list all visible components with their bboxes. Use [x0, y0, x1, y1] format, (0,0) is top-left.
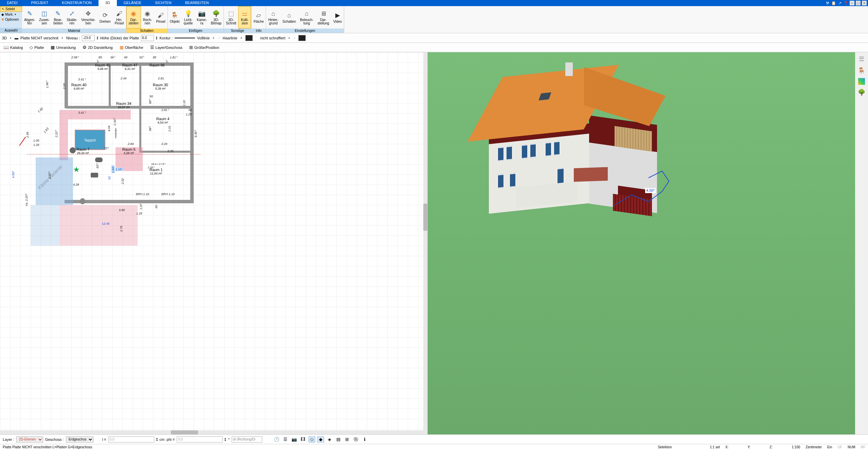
abgreifen-button[interactable]: ✎Abgrei- fen — [22, 6, 37, 29]
darstellung-button[interactable]: 🖥Dar- stellung — [315, 6, 331, 29]
dim: 1.15⁵ — [116, 168, 123, 171]
mode-dropdown[interactable]: ▾ — [9, 36, 13, 40]
menu-datei[interactable]: DATEI — [0, 0, 24, 6]
drehen-button[interactable]: ⟳Drehen — [98, 6, 113, 29]
dim: 60 — [155, 205, 158, 208]
menu-bearbeiten[interactable]: BEARBEITEN — [178, 0, 216, 6]
arrow-icon[interactable]: ↗ — [837, 1, 842, 5]
cm-label: cm — [160, 437, 165, 442]
hatch-icon[interactable]: ▤ — [335, 436, 342, 443]
hoehe-input[interactable] — [141, 35, 154, 41]
schatten2-button[interactable]: ⌂Schatten — [280, 6, 298, 29]
oberflaeche-tab[interactable]: ▦Oberfläche — [118, 44, 145, 51]
clock-icon[interactable]: 🕐 — [273, 436, 280, 443]
layergeschoss-tab[interactable]: ☰Layer/Geschoss — [149, 44, 184, 51]
dim: 1.25 — [186, 113, 192, 116]
hintergrund-button[interactable]: ⌂Hinter- grund — [266, 6, 280, 29]
skalieren-button[interactable]: ⤢Skalie- ren — [65, 6, 79, 29]
platte-dropdown[interactable]: ▾ — [60, 36, 64, 40]
optionen-button[interactable]: ✚Optionen — [0, 17, 22, 22]
darstellen-button[interactable]: ◉Dar- stellen — [126, 6, 141, 29]
tool-tabs: 📖Katalog ◇Platte ▦Umrandung ⚙2D Darstell… — [0, 43, 868, 52]
rechnen-button[interactable]: ◉Rech- nen — [141, 6, 154, 29]
dim: 50 — [149, 95, 153, 98]
menu-projekt[interactable]: PROJEKT — [24, 0, 55, 6]
niveau-spinner[interactable]: ▴▾ — [97, 36, 98, 40]
help-icon[interactable]: ❓ — [844, 1, 848, 5]
menu-konstruktion[interactable]: KONSTRUKTION — [55, 0, 98, 6]
color1-swatch[interactable] — [245, 35, 253, 41]
kontur-dropdown[interactable]: ▾ — [212, 36, 215, 40]
video-button[interactable]: ▶Video — [331, 6, 344, 29]
grid-icon[interactable]: ⊞ — [344, 436, 351, 443]
menu-gelaende[interactable]: GELÄNDE — [117, 0, 148, 6]
phi-input[interactable] — [177, 436, 223, 443]
katalog-tab[interactable]: 📖Katalog — [2, 44, 24, 51]
length-spinner[interactable]: ▴▾ — [156, 437, 158, 441]
color2-swatch[interactable] — [298, 35, 306, 41]
config-icon[interactable]: ⚒ — [825, 1, 830, 5]
dim: 2.22⁵ — [55, 130, 58, 137]
scrollbar-h[interactable] — [0, 430, 427, 434]
tree-icon[interactable]: 🌳 — [857, 88, 866, 96]
cam-icon[interactable]: 📷 — [291, 436, 298, 443]
length-input[interactable] — [108, 436, 154, 443]
schraffiert-dropdown[interactable]: ▾ — [287, 36, 291, 40]
scale-label: 1:100 — [792, 445, 800, 449]
render-icon[interactable]: ◈ — [326, 436, 333, 443]
info-icon[interactable]: ℹ — [361, 436, 368, 443]
dim: 73⁵ — [104, 147, 109, 150]
floorplan-view[interactable]: 2.58⁵ 85 96⁵ 90 92⁵ 85 1.81⁵ 53⁵ 53⁵ — [0, 52, 428, 434]
kamera-button[interactable]: 📷Kame- ra — [195, 6, 209, 29]
menu-sichten[interactable]: SICHTEN — [148, 0, 178, 6]
dim: 4.04 — [107, 126, 111, 132]
zuweisen-button[interactable]: ◫Zuwei- sen — [37, 6, 51, 29]
wire-icon[interactable]: ◇ — [308, 436, 315, 443]
bitmap3d-button[interactable]: 🌳3D- Bitmap — [209, 6, 224, 29]
film-icon[interactable]: 🎞 — [300, 436, 306, 443]
unit-label: Zentimeter — [805, 445, 822, 449]
schraffiert-expand[interactable]: › — [293, 36, 296, 40]
darstellung2d-tab[interactable]: ⚙2D Darstellung — [81, 44, 114, 51]
umrandung-tab[interactable]: ▦Umrandung — [49, 44, 77, 51]
clipboard-icon[interactable]: 📋 — [831, 1, 836, 5]
chair-icon[interactable]: 🪑 — [857, 67, 866, 75]
pinsel-button[interactable]: 🖌Pinsel — [154, 6, 167, 29]
status-bar-controls: Layer : 2D-Elemen Geschoss : Erdgeschos … — [0, 434, 868, 444]
objekt-button[interactable]: 🪑Objekt — [168, 6, 182, 29]
schnitt3d-button[interactable]: ⬚3D- Schnitt — [224, 6, 238, 29]
close-icon[interactable]: × — [862, 1, 867, 5]
minimize-icon[interactable]: − — [850, 1, 854, 5]
dim: 2.30 — [167, 149, 174, 153]
mark-button[interactable]: ◆Mark.▾ — [0, 12, 22, 17]
phi-spinner[interactable]: ▴▾ — [225, 437, 226, 441]
dim: 92⁵ — [139, 56, 144, 59]
flaeche-button[interactable]: ▱Fläche — [251, 6, 266, 29]
maximize-icon[interactable]: □ — [856, 1, 861, 5]
beleuchtung-button[interactable]: ⌂Beleuch- tung — [298, 6, 315, 29]
bearbeiten-button[interactable]: ✎Bear- beiten — [51, 6, 65, 29]
dl-input[interactable] — [232, 436, 262, 443]
geschoss-select[interactable]: Erdgeschos — [66, 436, 93, 443]
platte-tab[interactable]: ◇Platte — [28, 44, 45, 51]
hoehe-spinner[interactable]: ▴▾ — [156, 36, 157, 40]
north-icon[interactable]: Ⓝ — [353, 436, 359, 443]
kollision-button[interactable]: ⚍Kolli- sion — [238, 6, 251, 29]
groesseposition-tab[interactable]: ⊞Größe/Position — [188, 44, 220, 51]
room-86: Raum 86 — [149, 63, 165, 67]
layers2-icon[interactable]: ☰ — [282, 436, 289, 443]
haarlinie-dropdown[interactable]: ▾ — [240, 36, 243, 40]
layer-select[interactable]: 2D-Elemen — [16, 436, 43, 443]
selekt-button[interactable]: ↖Selekt — [0, 6, 22, 12]
menu-3d[interactable]: 3D — [99, 0, 117, 6]
palette-icon[interactable] — [858, 78, 865, 85]
hinpinsel-button[interactable]: 🖌Hin. Pinsel — [113, 6, 126, 29]
scrollbar-v[interactable] — [423, 52, 427, 430]
lichtquelle-button[interactable]: 💡Licht- quelle — [182, 6, 195, 29]
layers-icon[interactable]: ☰ — [857, 55, 866, 63]
3d-view[interactable]: 4.56⁵ — [428, 52, 855, 434]
kontur-expand[interactable]: › — [217, 36, 220, 40]
niveau-input[interactable] — [82, 35, 95, 41]
shade-icon[interactable]: ◆ — [317, 436, 324, 443]
verschieben-button[interactable]: ✥Verschie- ben — [79, 6, 98, 29]
